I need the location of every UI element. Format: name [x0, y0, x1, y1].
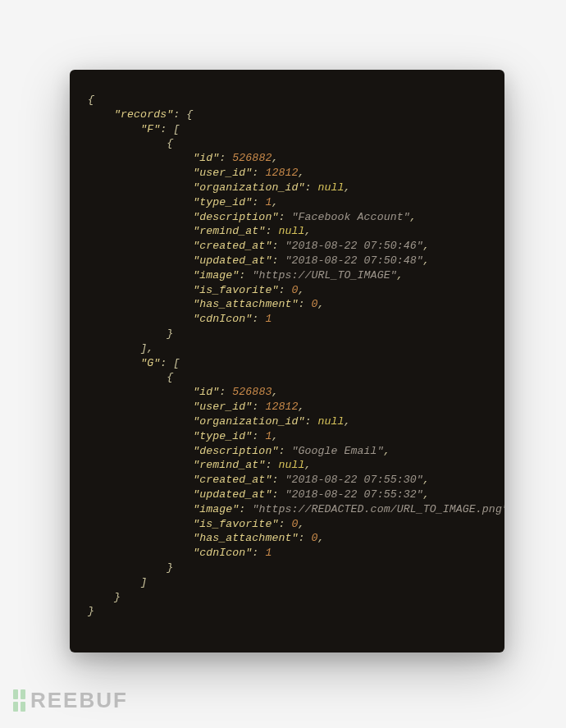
code-card: { "records": { "F": [ { "id": 526882, "u… [70, 70, 504, 652]
watermark: REEBUF [13, 688, 128, 713]
watermark-text: REEBUF [30, 688, 128, 713]
watermark-logo-icon [13, 689, 25, 712]
json-code-block: { "records": { "F": [ { "id": 526882, "u… [88, 93, 486, 619]
